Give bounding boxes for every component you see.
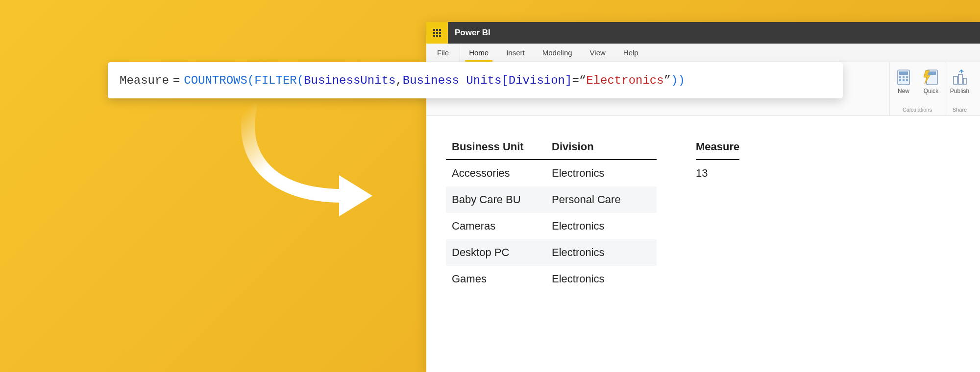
formula-function: FILTER	[254, 74, 296, 87]
table-row[interactable]: Games Electronics	[446, 266, 657, 292]
svg-rect-5	[899, 79, 901, 81]
table-row[interactable]: Accessories Electronics	[446, 160, 657, 186]
formula-bar[interactable]: Measure = COUNTROWS(FILTER(BusinessUnits…	[108, 62, 843, 98]
svg-marker-14	[339, 175, 372, 216]
table-row[interactable]: Baby Care BU Personal Care	[446, 186, 657, 213]
new-measure-button[interactable]: New	[891, 65, 916, 96]
table-row[interactable]: Desktop PC Electronics	[446, 239, 657, 266]
formula-table-ref: Business Units	[403, 74, 502, 87]
ribbon-tabs: File Home Insert Modeling View Help	[426, 44, 980, 62]
formula-column-ref: Division	[509, 74, 565, 87]
cell-division: Electronics	[549, 167, 657, 180]
tab-home[interactable]: Home	[460, 44, 497, 62]
svg-rect-9	[928, 71, 936, 75]
ribbon-btn-label: New	[898, 88, 909, 94]
formula-paren: )	[678, 74, 685, 87]
svg-rect-11	[954, 76, 957, 84]
lightning-calculator-icon	[924, 67, 938, 88]
tab-insert[interactable]: Insert	[497, 44, 534, 62]
tab-view[interactable]: View	[581, 44, 614, 62]
quick-measure-button[interactable]: Quick	[918, 65, 944, 96]
col-header-business-unit[interactable]: Business Unit	[446, 140, 549, 153]
cell-business-unit: Baby Care BU	[446, 193, 549, 206]
svg-rect-3	[903, 76, 905, 78]
app-title: Power BI	[455, 28, 490, 38]
arrow-illustration	[201, 103, 377, 230]
formula-quote: “	[579, 74, 586, 87]
ribbon-group-label: Share	[953, 106, 967, 115]
formula-equals: =	[173, 74, 180, 87]
formula-string-literal: Electronics	[586, 74, 663, 87]
publish-button[interactable]: Publish	[947, 65, 973, 96]
ribbon-group-calculations: New Quick Calculations	[889, 62, 945, 116]
ribbon-btn-label: Quick	[924, 88, 939, 94]
card-value: 13	[696, 160, 739, 186]
formula-bracket: [	[501, 74, 508, 87]
svg-rect-6	[903, 79, 905, 81]
cell-division: Electronics	[549, 220, 657, 232]
formula-paren: )	[671, 74, 678, 87]
table-header: Business Unit Division	[446, 136, 657, 160]
svg-rect-12	[958, 74, 962, 84]
svg-rect-2	[899, 76, 901, 78]
formula-paren: (	[297, 74, 304, 87]
publish-icon	[953, 67, 967, 88]
tab-file[interactable]: File	[426, 44, 460, 62]
formula-quote: ”	[664, 74, 671, 87]
formula-bracket: ]	[565, 74, 572, 87]
ribbon-group-label: Calculations	[903, 106, 932, 115]
formula-comma: ,	[395, 74, 402, 87]
tab-modeling[interactable]: Modeling	[534, 44, 581, 62]
cell-business-unit: Desktop PC	[446, 246, 549, 259]
report-canvas[interactable]: Business Unit Division Accessories Elect…	[426, 116, 980, 292]
svg-rect-1	[899, 71, 908, 75]
cell-division: Personal Care	[549, 193, 657, 206]
col-header-division[interactable]: Division	[549, 140, 657, 153]
formula-paren: (	[247, 74, 254, 87]
svg-rect-7	[906, 79, 908, 81]
waffle-icon	[433, 29, 441, 37]
svg-rect-13	[963, 78, 966, 84]
cell-business-unit: Cameras	[446, 220, 549, 232]
cell-division: Electronics	[549, 273, 657, 285]
table-visual[interactable]: Business Unit Division Accessories Elect…	[446, 136, 657, 292]
cell-division: Electronics	[549, 246, 657, 259]
title-bar: Power BI	[426, 22, 980, 44]
svg-rect-4	[906, 76, 908, 78]
table-row[interactable]: Cameras Electronics	[446, 213, 657, 239]
formula-operator: =	[572, 74, 579, 87]
card-visual-measure[interactable]: Measure 13	[696, 136, 739, 292]
ribbon-group-share: Publish Share	[945, 62, 974, 116]
cell-business-unit: Accessories	[446, 167, 549, 180]
tab-help[interactable]: Help	[614, 44, 647, 62]
ribbon-btn-label: Publish	[950, 88, 969, 94]
card-header: Measure	[696, 136, 739, 160]
formula-function: COUNTROWS	[184, 74, 247, 87]
formula-lhs: Measure	[120, 74, 169, 87]
cell-business-unit: Games	[446, 273, 549, 285]
app-launcher-button[interactable]	[426, 22, 448, 44]
formula-table-ref: BusinessUnits	[304, 74, 395, 87]
calculator-icon	[897, 67, 910, 88]
